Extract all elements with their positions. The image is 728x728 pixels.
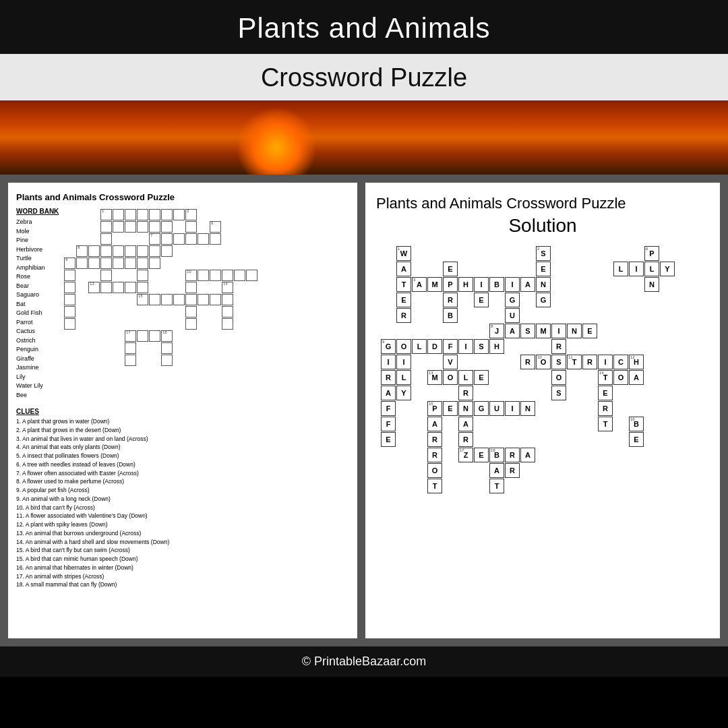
crossword-cell (113, 221, 124, 233)
solution-cell: I (474, 277, 489, 292)
clue-item: 13. An animal that burrows underground (… (16, 529, 349, 538)
solution-cell: A (427, 417, 442, 431)
crossword-cell (88, 245, 100, 257)
solution-grid: 1W2S6PAEELILYT3AMPHIBIANNEREGGRBU8JASMIN… (381, 246, 704, 570)
solution-cell: R (396, 308, 411, 323)
word-bank-item: Cactus (16, 327, 59, 336)
solution-cell: G (474, 401, 489, 416)
solution-cell: 8J (489, 324, 504, 338)
word-bank-item: Parrot (16, 318, 59, 328)
crossword-cell (161, 245, 173, 257)
solution-cell: A (489, 463, 504, 478)
solution-cell: E (582, 324, 597, 338)
crossword-cell (88, 257, 100, 269)
crossword-cell (161, 355, 173, 366)
clue-item: 9. An animal with a long neck (Down) (16, 495, 349, 504)
crossword-cell (185, 282, 197, 293)
crossword-cell (100, 282, 112, 293)
crossword-cell (137, 282, 148, 293)
solution-cell: U (505, 308, 520, 323)
solution-cell: B (443, 308, 458, 323)
crossword-cell (100, 245, 112, 257)
solution-cell: R (458, 432, 473, 447)
solution-cell: A (458, 417, 473, 431)
crossword-cell (137, 245, 148, 257)
word-bank-item: Amphibian (16, 264, 59, 273)
solution-cell: T (489, 479, 504, 493)
crossword-cell (100, 257, 112, 269)
crossword-cell (185, 233, 197, 245)
solution-cell: R (427, 432, 442, 447)
crossword-cell (64, 306, 75, 317)
crossword-cell: 13 (88, 282, 100, 293)
solution-cell: I (505, 277, 520, 292)
solution-cell: G (505, 293, 520, 307)
crossword-cell (210, 270, 221, 281)
crossword-cell (113, 282, 124, 293)
crossword-cell (161, 233, 173, 245)
solution-cell: T (598, 417, 613, 431)
solution-cell: F (381, 401, 396, 416)
solution-cell: F (381, 417, 396, 431)
solution-cell: E (396, 293, 411, 307)
crossword-cell (125, 257, 136, 269)
solution-cell: O (613, 370, 628, 385)
solution-cell: L (644, 262, 659, 276)
crossword-cell: 7 (149, 233, 160, 245)
crossword-cell (125, 209, 136, 220)
word-bank-item: Penguin (16, 345, 59, 355)
word-bank-label: WORD BANK (16, 208, 59, 215)
crossword-cell (198, 233, 209, 245)
solution-cell: R (520, 355, 535, 369)
crossword-cell (161, 342, 173, 354)
word-bank-item: Lily (16, 373, 59, 382)
crossword-cell: 8 (76, 245, 88, 257)
main-content: Plants and Animals Crossword Puzzle WORD… (0, 175, 728, 646)
solution-cell: T (427, 479, 442, 493)
solution-cell: R (551, 339, 566, 354)
word-bank-item: Bee (16, 391, 59, 400)
solution-cell: S (551, 355, 566, 369)
solution-cell: 17Z (458, 448, 473, 462)
solution-label: Solution (508, 215, 576, 237)
crossword-cell (76, 257, 88, 269)
solution-cell: N (520, 401, 535, 416)
crossword-cell (149, 257, 160, 269)
crossword-cell (234, 270, 245, 281)
solution-cell: 10O (536, 355, 551, 369)
solution-cell: L (613, 262, 628, 276)
solution-cell: S (520, 324, 535, 338)
clue-item: 3. An animal that lives in water and on … (16, 435, 349, 444)
solution-cell: N (644, 277, 659, 292)
clues-list: 1. A plant that grows in water (Down)2. … (16, 417, 349, 589)
solution-cell: M (536, 324, 551, 338)
word-bank-item: Mole (16, 227, 59, 237)
clue-item: 5. A insect that pollinates flowers (Dow… (16, 452, 349, 460)
solution-cell: R (427, 448, 442, 462)
background-strip (0, 100, 728, 175)
solution-cell: 6P (644, 246, 659, 261)
crossword-cell (125, 355, 136, 366)
solution-cell: L (412, 339, 427, 354)
crossword-cell (149, 330, 160, 342)
solution-cell: R (505, 463, 520, 478)
solution-cell: L (458, 370, 473, 385)
clue-item: 4. An animal that eats only plants (Down… (16, 443, 349, 452)
clue-item: 17. An animal with stripes (Across) (16, 572, 349, 581)
solution-cell: A (629, 370, 644, 385)
solution-cell: N (458, 401, 473, 416)
clue-item: 15. A bird that can mimic human speech (… (16, 555, 349, 564)
word-bank-item: Zebra (16, 218, 59, 227)
crossword-cell (137, 209, 148, 220)
top-header: Plants and Animals (0, 0, 728, 54)
crossword-cell (137, 221, 148, 233)
solution-cell: 9G (381, 339, 396, 354)
footer: © PrintableBazaar.com (0, 646, 728, 677)
word-bank-item: Pine (16, 236, 59, 245)
solution-cell: Y (396, 386, 411, 400)
solution-cell: I (396, 355, 411, 369)
crossword-cell (100, 221, 112, 233)
clue-item: 16. An animal that hibernates in winter … (16, 564, 349, 572)
solution-title: Plants and Animals Crossword Puzzle (376, 195, 626, 212)
clue-item: 18. A small mammal that can fly (Down) (16, 580, 349, 589)
